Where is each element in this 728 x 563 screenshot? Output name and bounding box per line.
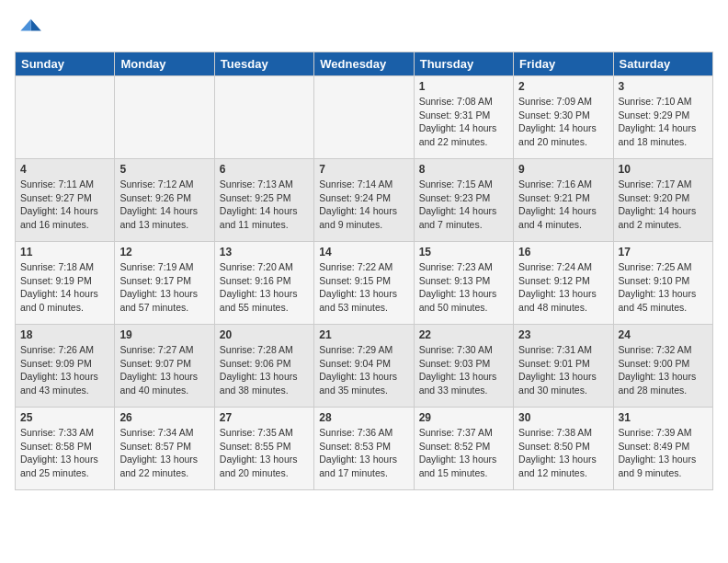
cell-content: Sunrise: 7:25 AM Sunset: 9:10 PM Dayligh… bbox=[619, 260, 708, 315]
day-number: 30 bbox=[518, 411, 608, 424]
cell-content: Sunrise: 7:15 AM Sunset: 9:23 PM Dayligh… bbox=[419, 178, 508, 232]
calendar-cell: 14Sunrise: 7:22 AM Sunset: 9:15 PM Dayli… bbox=[314, 242, 414, 325]
cell-content: Sunrise: 7:29 AM Sunset: 9:04 PM Dayligh… bbox=[319, 343, 408, 397]
day-number: 19 bbox=[119, 328, 209, 341]
calendar-cell bbox=[214, 76, 313, 159]
day-number: 6 bbox=[220, 163, 309, 176]
calendar-cell: 20Sunrise: 7:28 AM Sunset: 9:06 PM Dayli… bbox=[214, 325, 313, 408]
calendar-cell bbox=[16, 76, 115, 159]
day-header-monday: Monday bbox=[115, 52, 214, 76]
cell-content: Sunrise: 7:17 AM Sunset: 9:20 PM Dayligh… bbox=[619, 178, 708, 232]
day-header-tuesday: Tuesday bbox=[214, 52, 313, 76]
day-number: 20 bbox=[220, 328, 309, 341]
svg-marker-0 bbox=[31, 19, 41, 31]
day-number: 17 bbox=[619, 246, 708, 259]
day-number: 28 bbox=[319, 411, 408, 424]
cell-content: Sunrise: 7:08 AM Sunset: 9:31 PM Dayligh… bbox=[419, 95, 508, 149]
cell-content: Sunrise: 7:22 AM Sunset: 9:15 PM Dayligh… bbox=[319, 260, 408, 315]
cell-content: Sunrise: 7:12 AM Sunset: 9:26 PM Dayligh… bbox=[119, 178, 209, 232]
day-header-thursday: Thursday bbox=[414, 52, 513, 76]
day-number: 4 bbox=[20, 163, 109, 176]
calendar-cell: 4Sunrise: 7:11 AM Sunset: 9:27 PM Daylig… bbox=[16, 159, 115, 242]
calendar-cell: 27Sunrise: 7:35 AM Sunset: 8:55 PM Dayli… bbox=[214, 408, 313, 490]
logo-icon bbox=[15, 15, 44, 44]
day-header-friday: Friday bbox=[514, 52, 613, 76]
calendar-cell: 29Sunrise: 7:37 AM Sunset: 8:52 PM Dayli… bbox=[414, 408, 513, 490]
cell-content: Sunrise: 7:32 AM Sunset: 9:00 PM Dayligh… bbox=[619, 343, 708, 397]
cell-content: Sunrise: 7:28 AM Sunset: 9:06 PM Dayligh… bbox=[220, 343, 309, 397]
cell-content: Sunrise: 7:33 AM Sunset: 8:58 PM Dayligh… bbox=[20, 426, 109, 480]
cell-content: Sunrise: 7:39 AM Sunset: 8:49 PM Dayligh… bbox=[619, 426, 708, 480]
calendar-cell: 18Sunrise: 7:26 AM Sunset: 9:09 PM Dayli… bbox=[16, 325, 115, 408]
day-number: 22 bbox=[419, 328, 508, 341]
calendar-cell: 9Sunrise: 7:16 AM Sunset: 9:21 PM Daylig… bbox=[514, 159, 613, 242]
calendar-cell: 1Sunrise: 7:08 AM Sunset: 9:31 PM Daylig… bbox=[414, 76, 513, 159]
calendar-cell: 5Sunrise: 7:12 AM Sunset: 9:26 PM Daylig… bbox=[115, 159, 214, 242]
calendar-week-row: 4Sunrise: 7:11 AM Sunset: 9:27 PM Daylig… bbox=[16, 159, 713, 242]
cell-content: Sunrise: 7:18 AM Sunset: 9:19 PM Dayligh… bbox=[20, 260, 109, 315]
calendar-cell: 10Sunrise: 7:17 AM Sunset: 9:20 PM Dayli… bbox=[613, 159, 712, 242]
cell-content: Sunrise: 7:09 AM Sunset: 9:30 PM Dayligh… bbox=[518, 95, 608, 149]
calendar-table: SundayMondayTuesdayWednesdayThursdayFrid… bbox=[15, 52, 713, 490]
cell-content: Sunrise: 7:11 AM Sunset: 9:27 PM Dayligh… bbox=[20, 178, 109, 232]
cell-content: Sunrise: 7:26 AM Sunset: 9:09 PM Dayligh… bbox=[20, 343, 109, 397]
calendar-week-row: 18Sunrise: 7:26 AM Sunset: 9:09 PM Dayli… bbox=[16, 325, 713, 408]
calendar-cell: 24Sunrise: 7:32 AM Sunset: 9:00 PM Dayli… bbox=[613, 325, 712, 408]
logo bbox=[15, 15, 48, 44]
day-number: 10 bbox=[619, 163, 708, 176]
cell-content: Sunrise: 7:37 AM Sunset: 8:52 PM Dayligh… bbox=[419, 426, 508, 480]
cell-content: Sunrise: 7:35 AM Sunset: 8:55 PM Dayligh… bbox=[220, 426, 309, 480]
day-number: 7 bbox=[319, 163, 408, 176]
day-number: 13 bbox=[220, 246, 309, 259]
cell-content: Sunrise: 7:36 AM Sunset: 8:53 PM Dayligh… bbox=[319, 426, 408, 480]
cell-content: Sunrise: 7:27 AM Sunset: 9:07 PM Dayligh… bbox=[119, 343, 209, 397]
cell-content: Sunrise: 7:14 AM Sunset: 9:24 PM Dayligh… bbox=[319, 178, 408, 232]
day-number: 11 bbox=[20, 246, 109, 259]
cell-content: Sunrise: 7:19 AM Sunset: 9:17 PM Dayligh… bbox=[119, 260, 209, 315]
calendar-cell: 22Sunrise: 7:30 AM Sunset: 9:03 PM Dayli… bbox=[414, 325, 513, 408]
calendar-cell bbox=[115, 76, 214, 159]
day-header-wednesday: Wednesday bbox=[314, 52, 414, 76]
calendar-week-row: 1Sunrise: 7:08 AM Sunset: 9:31 PM Daylig… bbox=[16, 76, 713, 159]
svg-marker-1 bbox=[20, 19, 30, 31]
day-number: 5 bbox=[119, 163, 209, 176]
day-number: 29 bbox=[419, 411, 508, 424]
day-number: 18 bbox=[20, 328, 109, 341]
day-number: 9 bbox=[518, 163, 608, 176]
cell-content: Sunrise: 7:23 AM Sunset: 9:13 PM Dayligh… bbox=[419, 260, 508, 315]
day-number: 2 bbox=[518, 80, 608, 93]
day-number: 3 bbox=[619, 80, 708, 93]
cell-content: Sunrise: 7:10 AM Sunset: 9:29 PM Dayligh… bbox=[619, 95, 708, 149]
day-number: 8 bbox=[419, 163, 508, 176]
calendar-cell: 26Sunrise: 7:34 AM Sunset: 8:57 PM Dayli… bbox=[115, 408, 214, 490]
day-number: 14 bbox=[319, 246, 408, 259]
calendar-header-row: SundayMondayTuesdayWednesdayThursdayFrid… bbox=[16, 52, 713, 76]
day-header-sunday: Sunday bbox=[16, 52, 115, 76]
calendar-cell: 13Sunrise: 7:20 AM Sunset: 9:16 PM Dayli… bbox=[214, 242, 313, 325]
calendar-cell: 6Sunrise: 7:13 AM Sunset: 9:25 PM Daylig… bbox=[214, 159, 313, 242]
calendar-cell: 23Sunrise: 7:31 AM Sunset: 9:01 PM Dayli… bbox=[514, 325, 613, 408]
day-number: 23 bbox=[518, 328, 608, 341]
cell-content: Sunrise: 7:13 AM Sunset: 9:25 PM Dayligh… bbox=[220, 178, 309, 232]
calendar-cell: 19Sunrise: 7:27 AM Sunset: 9:07 PM Dayli… bbox=[115, 325, 214, 408]
calendar-cell: 2Sunrise: 7:09 AM Sunset: 9:30 PM Daylig… bbox=[514, 76, 613, 159]
day-number: 15 bbox=[419, 246, 508, 259]
day-header-saturday: Saturday bbox=[613, 52, 712, 76]
cell-content: Sunrise: 7:16 AM Sunset: 9:21 PM Dayligh… bbox=[518, 178, 608, 232]
cell-content: Sunrise: 7:34 AM Sunset: 8:57 PM Dayligh… bbox=[119, 426, 209, 480]
calendar-cell: 16Sunrise: 7:24 AM Sunset: 9:12 PM Dayli… bbox=[514, 242, 613, 325]
calendar-cell: 7Sunrise: 7:14 AM Sunset: 9:24 PM Daylig… bbox=[314, 159, 414, 242]
cell-content: Sunrise: 7:38 AM Sunset: 8:50 PM Dayligh… bbox=[518, 426, 608, 480]
calendar-cell: 17Sunrise: 7:25 AM Sunset: 9:10 PM Dayli… bbox=[613, 242, 712, 325]
day-number: 25 bbox=[20, 411, 109, 424]
cell-content: Sunrise: 7:31 AM Sunset: 9:01 PM Dayligh… bbox=[518, 343, 608, 397]
calendar-cell: 15Sunrise: 7:23 AM Sunset: 9:13 PM Dayli… bbox=[414, 242, 513, 325]
cell-content: Sunrise: 7:20 AM Sunset: 9:16 PM Dayligh… bbox=[220, 260, 309, 315]
calendar-cell: 21Sunrise: 7:29 AM Sunset: 9:04 PM Dayli… bbox=[314, 325, 414, 408]
day-number: 31 bbox=[619, 411, 708, 424]
calendar-cell: 31Sunrise: 7:39 AM Sunset: 8:49 PM Dayli… bbox=[613, 408, 712, 490]
day-number: 12 bbox=[119, 246, 209, 259]
calendar-cell bbox=[314, 76, 414, 159]
day-number: 16 bbox=[518, 246, 608, 259]
calendar-week-row: 25Sunrise: 7:33 AM Sunset: 8:58 PM Dayli… bbox=[16, 408, 713, 490]
